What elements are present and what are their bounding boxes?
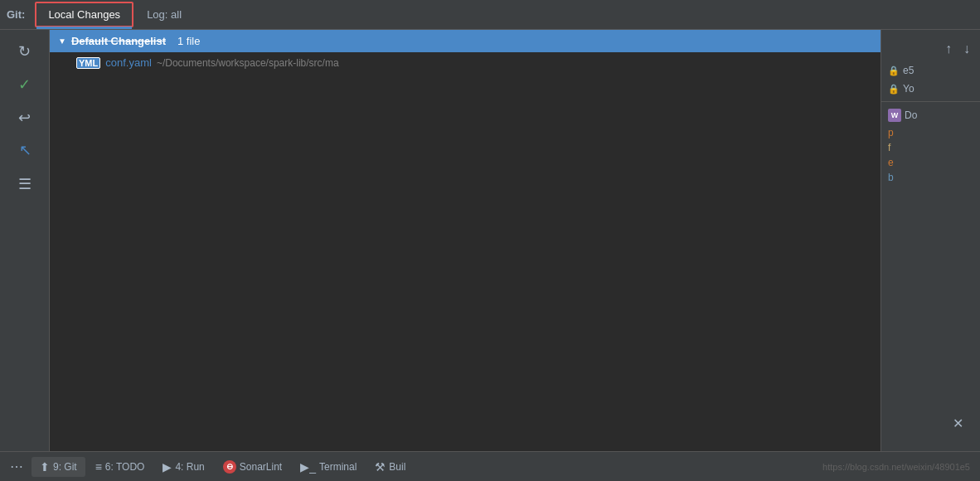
shelve-button[interactable]: ☰ [10,169,40,199]
scroll-down-button[interactable]: ↓ [960,40,973,58]
right-top-buttons: ↑ ↓ [881,36,980,61]
run-icon: ▶ [163,460,172,474]
code-line-b[interactable]: b [881,170,980,185]
git-bottom-button[interactable]: ⬆ 9: Git [32,457,85,477]
update-button[interactable]: ↙ [10,136,40,166]
right-panel: ↑ ↓ 🔒 e5 🔒 Yo W Do p f e b ✕ [881,30,980,451]
todo-icon: ≡ [95,460,102,474]
empty-file-area [50,73,881,451]
file-name: conf.yaml [105,56,152,69]
sonarlint-button-label: SonarLint [240,461,282,473]
run-bottom-button[interactable]: ▶ 4: Run [154,457,212,477]
terminal-button-label: Terminal [319,461,357,473]
terminal-icon: ▶_ [300,460,316,474]
git-label: Git: [7,8,25,21]
changelist-row[interactable]: ▼ Default Changelist 1 file [50,30,881,52]
todo-bottom-button[interactable]: ≡ 6: TODO [87,457,153,477]
code-line-p[interactable]: p [881,125,980,140]
changelist-file-count: 1 file [177,35,200,47]
lock-icon-y: 🔒 [888,84,900,95]
tab-bar: Git: Local Changes Log: all [0,0,980,30]
expand-dots-button[interactable]: ⋯ [3,455,30,478]
build-bottom-button[interactable]: ⚒ Buil [366,457,414,477]
terminal-bottom-button[interactable]: ▶_ Terminal [292,457,365,477]
main-area: ↻ ✓ ↩ ↙ ☰ ▼ Default Changelist 1 file YM… [0,30,980,451]
scroll-up-button[interactable]: ↑ [942,40,955,58]
tab-local-changes[interactable]: Local Changes [35,2,133,27]
commit-button[interactable]: ✓ [10,70,40,100]
close-button[interactable]: ✕ [949,412,967,435]
code-line-f[interactable]: f [881,140,980,155]
refresh-button[interactable]: ↻ [10,36,40,66]
right-item-e-text: e5 [903,65,914,76]
file-area: ▼ Default Changelist 1 file YML conf.yam… [50,30,881,451]
git-button-label: 9: Git [53,461,77,473]
code-line-e[interactable]: e [881,155,980,170]
build-icon: ⚒ [375,460,386,474]
tab-log-all[interactable]: Log: all [133,2,195,27]
wm-header: W Do [881,105,980,125]
file-row[interactable]: YML conf.yaml ~/Documents/workspace/spar… [50,52,881,73]
left-toolbar: ↻ ✓ ↩ ↙ ☰ [0,30,50,451]
right-separator [881,101,980,102]
run-button-label: 4: Run [175,461,204,473]
todo-button-label: 6: TODO [105,461,145,473]
right-item-y-text: Yo [903,83,915,95]
right-item-e[interactable]: 🔒 e5 [881,61,980,80]
lock-icon-e: 🔒 [888,66,900,76]
expand-triangle-icon: ▼ [58,36,66,46]
sonarlint-icon: ⊖ [223,460,236,474]
wm-header-text: Do [905,109,917,121]
file-path: ~/Documents/workspace/spark-lib/src/ma [157,57,339,69]
sonarlint-bottom-button[interactable]: ⊖ SonarLint [215,457,290,477]
right-panel-bottom: ✕ [881,409,980,445]
bottom-bar: ⋯ ⬆ 9: Git ≡ 6: TODO ▶ 4: Run ⊖ SonarLin… [0,451,980,481]
rollback-button[interactable]: ↩ [10,103,40,133]
changelist-name: Default Changelist [71,35,166,47]
git-icon: ⬆ [40,460,50,474]
wm-logo-icon: W [888,109,901,122]
url-bar: https://blog.csdn.net/weixin/48901e5 [822,462,977,472]
right-item-y[interactable]: 🔒 Yo [881,80,980,98]
build-button-label: Buil [389,461,405,473]
yaml-file-icon: YML [76,57,100,69]
